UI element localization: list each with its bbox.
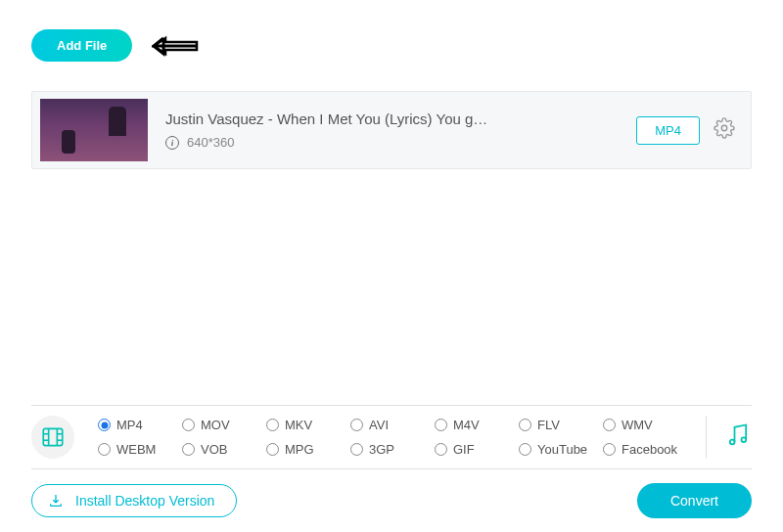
format-option-vob[interactable]: VOB (182, 442, 266, 457)
video-formats-tab-icon[interactable] (31, 416, 74, 459)
svg-rect-1 (43, 428, 63, 445)
add-file-button[interactable]: Add File (31, 29, 132, 62)
download-icon (48, 493, 64, 509)
radio-icon (435, 443, 447, 456)
format-option-m4v[interactable]: M4V (435, 418, 519, 432)
format-option-mpg[interactable]: MPG (266, 442, 350, 457)
radio-icon (182, 443, 195, 456)
info-icon[interactable]: i (165, 136, 179, 150)
gear-icon[interactable] (714, 117, 735, 143)
format-option-avi[interactable]: AVI (350, 418, 435, 432)
radio-icon (182, 419, 195, 431)
format-option-facebook[interactable]: Facebook (603, 442, 687, 457)
svg-point-0 (721, 125, 727, 131)
divider (706, 416, 707, 459)
install-desktop-label: Install Desktop Version (75, 493, 214, 509)
format-option-flv[interactable]: FLV (519, 418, 603, 432)
radio-icon (266, 443, 279, 456)
formats-grid: MP4 MOV MKV AVI M4V FLV WMV WEBM VOB MPG… (98, 418, 688, 457)
radio-icon (350, 419, 363, 431)
radio-icon (350, 443, 363, 456)
radio-icon (98, 419, 111, 431)
radio-icon (266, 419, 279, 431)
radio-icon (435, 419, 447, 431)
format-option-gif[interactable]: GIF (435, 442, 519, 457)
format-option-mkv[interactable]: MKV (266, 418, 350, 432)
format-option-mp4[interactable]: MP4 (98, 418, 182, 432)
format-option-wmv[interactable]: WMV (603, 418, 687, 432)
format-option-3gp[interactable]: 3GP (350, 442, 435, 457)
radio-icon (519, 419, 531, 431)
file-title: Justin Vasquez - When I Met You (Lyrics)… (165, 111, 636, 127)
convert-button[interactable]: Convert (637, 483, 752, 518)
install-desktop-button[interactable]: Install Desktop Version (31, 484, 237, 517)
file-item: Justin Vasquez - When I Met You (Lyrics)… (31, 91, 752, 169)
radio-icon (98, 443, 111, 456)
radio-icon (603, 443, 616, 456)
svg-point-8 (730, 440, 735, 445)
audio-formats-tab-icon[interactable] (724, 421, 752, 453)
format-option-youtube[interactable]: YouTube (519, 442, 603, 457)
video-thumbnail[interactable] (40, 99, 148, 161)
radio-icon (603, 419, 616, 431)
file-resolution: 640*360 (187, 135, 234, 150)
format-option-mov[interactable]: MOV (182, 418, 266, 432)
file-format-button[interactable]: MP4 (636, 116, 700, 145)
svg-point-9 (742, 437, 747, 442)
arrow-annotation-icon (152, 34, 199, 62)
format-option-webm[interactable]: WEBM (98, 442, 182, 457)
format-selection-bar: MP4 MOV MKV AVI M4V FLV WMV WEBM VOB MPG… (31, 405, 752, 469)
radio-icon (519, 443, 531, 456)
